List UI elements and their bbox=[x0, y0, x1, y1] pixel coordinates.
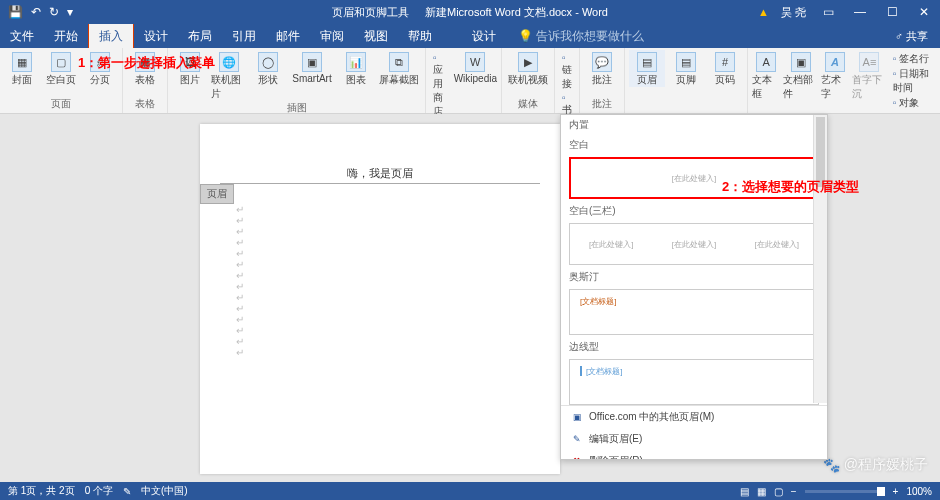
quick-parts-button[interactable]: ▣文档部件 bbox=[783, 50, 818, 101]
document-area: 嗨，我是页眉 页眉 ↵ ↵ ↵ ↵ ↵ ↵ ↵ ↵ ↵ ↵ ↵ ↵ ↵ ↵ 内置… bbox=[0, 114, 940, 482]
wordart-button[interactable]: A艺术字 bbox=[821, 50, 849, 101]
tell-me-search[interactable]: 告诉我你想要做什么 bbox=[518, 28, 644, 45]
tab-file[interactable]: 文件 bbox=[0, 24, 44, 49]
close-button[interactable]: ✕ bbox=[914, 5, 934, 19]
user-name: 昊 尧 bbox=[781, 5, 806, 20]
tab-view[interactable]: 视图 bbox=[354, 24, 398, 49]
footer-button[interactable]: ▤页脚 bbox=[668, 50, 704, 87]
tab-mailings[interactable]: 邮件 bbox=[266, 24, 310, 49]
redo-icon[interactable]: ↻ bbox=[49, 5, 59, 19]
header-button[interactable]: ▤页眉 bbox=[629, 50, 665, 87]
gallery-scrollbar[interactable] bbox=[813, 115, 827, 403]
save-icon[interactable]: 💾 bbox=[8, 5, 23, 19]
tab-insert[interactable]: 插入 bbox=[88, 23, 134, 50]
group-label-tables: 表格 bbox=[135, 97, 155, 111]
annotation-step1: 1：第一步选择插入菜单 bbox=[78, 54, 215, 72]
page-number-button[interactable]: #页码 bbox=[707, 50, 743, 87]
cover-page-button[interactable]: ▦封面 bbox=[4, 50, 40, 87]
group-comments: 💬批注 批注 bbox=[580, 48, 625, 113]
blank-page-button[interactable]: ▢空白页 bbox=[43, 50, 79, 87]
office-icon: ▣ bbox=[571, 411, 583, 423]
ribbon-options-icon[interactable]: ▭ bbox=[818, 5, 838, 19]
status-page[interactable]: 第 1页，共 2页 bbox=[8, 484, 75, 498]
group-header-footer: ▤页眉 ▤页脚 #页码 bbox=[625, 48, 748, 113]
page-header-text[interactable]: 嗨，我是页眉 bbox=[220, 166, 540, 184]
status-word-count[interactable]: 0 个字 bbox=[85, 484, 113, 498]
remove-icon: ✖ bbox=[571, 455, 583, 460]
edit-icon: ✎ bbox=[571, 433, 583, 445]
tab-layout[interactable]: 布局 bbox=[178, 24, 222, 49]
edit-header[interactable]: ✎编辑页眉(E) bbox=[561, 428, 827, 450]
tab-home[interactable]: 开始 bbox=[44, 24, 88, 49]
chart-button[interactable]: 📊图表 bbox=[338, 50, 374, 87]
object-button[interactable]: 对象 bbox=[893, 96, 937, 110]
group-addins: 应用商店 我的加载项 WWikipedia 加载项 bbox=[426, 48, 502, 113]
remove-header[interactable]: ✖删除页眉(R) bbox=[561, 450, 827, 460]
watermark: 🐾@程序媛桃子 bbox=[823, 456, 928, 474]
date-time-button[interactable]: 日期和时间 bbox=[893, 67, 937, 95]
group-label-comments: 批注 bbox=[592, 97, 612, 111]
status-spell-icon[interactable]: ✎ bbox=[123, 486, 131, 497]
online-video-button[interactable]: ▶联机视频 bbox=[506, 50, 550, 87]
status-bar: 第 1页，共 2页 0 个字 ✎ 中文(中国) ▤ ▦ ▢ − + 100% bbox=[0, 482, 940, 500]
gallery-menu: ▣Office.com 中的其他页眉(M) ✎编辑页眉(E) ✖删除页眉(R) … bbox=[561, 405, 827, 460]
tab-help[interactable]: 帮助 bbox=[398, 24, 442, 49]
store-button[interactable]: 应用商店 bbox=[433, 52, 448, 119]
wikipedia-button[interactable]: WWikipedia bbox=[454, 50, 497, 84]
smartart-button[interactable]: ▣SmartArt bbox=[289, 50, 335, 84]
group-label-pages: 页面 bbox=[51, 97, 71, 111]
group-media: ▶联机视频 媒体 bbox=[502, 48, 555, 113]
view-print-icon[interactable]: ▦ bbox=[757, 486, 766, 497]
zoom-out-button[interactable]: − bbox=[791, 486, 797, 497]
shapes-button[interactable]: ◯形状 bbox=[250, 50, 286, 87]
screenshot-button[interactable]: ⧉屏幕截图 bbox=[377, 50, 421, 87]
ribbon-tabs: 文件 开始 插入 设计 布局 引用 邮件 审阅 视图 帮助 设计 告诉我你想要做… bbox=[0, 24, 940, 48]
gallery-section-austin: 奥斯汀 bbox=[561, 267, 827, 287]
gallery-section-sideline: 边线型 bbox=[561, 337, 827, 357]
quick-access-toolbar: 💾 ↶ ↻ ▾ bbox=[0, 5, 81, 19]
group-links: 链接 书签 交叉引用 链接 bbox=[555, 48, 580, 113]
annotation-step2: 2：选择想要的页眉类型 bbox=[722, 178, 859, 196]
online-pictures-button[interactable]: 🌐联机图片 bbox=[211, 50, 247, 101]
tab-review[interactable]: 审阅 bbox=[310, 24, 354, 49]
gallery-item-austin[interactable]: [文档标题] bbox=[569, 289, 819, 335]
gallery-item-sideline[interactable]: [文档标题] bbox=[569, 359, 819, 405]
gallery-section-builtin: 内置 bbox=[561, 115, 827, 135]
more-headers-office[interactable]: ▣Office.com 中的其他页眉(M) bbox=[561, 406, 827, 428]
gallery-section-blank3: 空白(三栏) bbox=[561, 201, 827, 221]
gallery-section-blank: 空白 bbox=[561, 135, 827, 155]
status-language[interactable]: 中文(中国) bbox=[141, 484, 188, 498]
view-web-icon[interactable]: ▢ bbox=[774, 486, 783, 497]
zoom-slider[interactable] bbox=[805, 490, 885, 493]
view-read-icon[interactable]: ▤ bbox=[740, 486, 749, 497]
document-page[interactable]: 嗨，我是页眉 页眉 ↵ ↵ ↵ ↵ ↵ ↵ ↵ ↵ ↵ ↵ ↵ ↵ ↵ ↵ bbox=[200, 124, 560, 474]
group-label-media: 媒体 bbox=[518, 97, 538, 111]
share-button[interactable]: ♂ 共享 bbox=[895, 29, 928, 44]
textbox-button[interactable]: A文本框 bbox=[752, 50, 780, 101]
signature-line-button[interactable]: 签名行 bbox=[893, 52, 937, 66]
zoom-in-button[interactable]: + bbox=[893, 486, 899, 497]
gallery-item-blank3[interactable]: [在此处键入][在此处键入][在此处键入] bbox=[569, 223, 819, 265]
tab-references[interactable]: 引用 bbox=[222, 24, 266, 49]
warning-icon[interactable]: ▲ bbox=[758, 6, 769, 18]
contextual-tab-title: 页眉和页脚工具 bbox=[332, 5, 409, 20]
header-gallery-dropdown: 内置 空白 [在此处键入] 空白(三栏) [在此处键入][在此处键入][在此处键… bbox=[560, 114, 828, 460]
zoom-level[interactable]: 100% bbox=[906, 486, 932, 497]
tab-context-design[interactable]: 设计 bbox=[462, 24, 506, 49]
title-bar: 💾 ↶ ↻ ▾ 页眉和页脚工具 新建Microsoft Word 文档.docx… bbox=[0, 0, 940, 24]
comment-button[interactable]: 💬批注 bbox=[584, 50, 620, 87]
minimize-button[interactable]: — bbox=[850, 5, 870, 19]
group-text: A文本框 ▣文档部件 A艺术字 A≡首字下沉 签名行 日期和时间 对象 bbox=[748, 48, 940, 113]
header-tag: 页眉 bbox=[200, 184, 234, 204]
tab-design[interactable]: 设计 bbox=[134, 24, 178, 49]
group-label-illustrations: 插图 bbox=[287, 101, 307, 115]
qat-menu-icon[interactable]: ▾ bbox=[67, 5, 73, 19]
hyperlink-button[interactable]: 链接 bbox=[562, 52, 572, 91]
paragraph-mark: ↵ bbox=[200, 204, 560, 215]
ribbon: 1：第一步选择插入菜单 ▦封面 ▢空白页 ⎌分页 页面 ▦表格 表格 🖼图片 🌐… bbox=[0, 48, 940, 114]
drop-cap-button: A≡首字下沉 bbox=[852, 50, 887, 101]
maximize-button[interactable]: ☐ bbox=[882, 5, 902, 19]
document-title: 新建Microsoft Word 文档.docx - Word bbox=[425, 5, 608, 20]
undo-icon[interactable]: ↶ bbox=[31, 5, 41, 19]
